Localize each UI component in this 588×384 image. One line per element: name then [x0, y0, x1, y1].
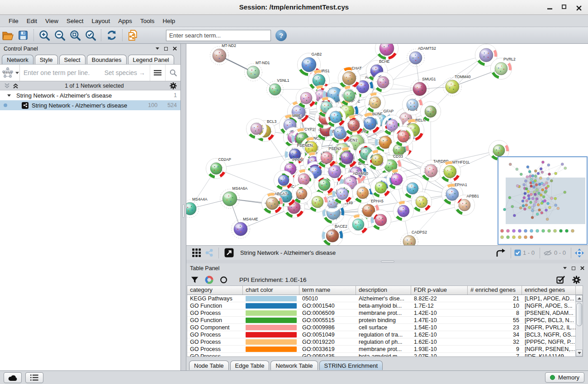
- string-logo-icon[interactable]: STRING: [0, 65, 20, 81]
- scroll-thumb[interactable]: [576, 303, 582, 326]
- network-row[interactable]: String Network - Alzheimer's disease 100…: [0, 100, 180, 110]
- expander-icon[interactable]: [7, 94, 11, 97]
- horizontal-splitter[interactable]: [186, 260, 588, 263]
- table-row[interactable]: GO FunctionGO:0001540beta-amyloid bi...1…: [187, 302, 583, 309]
- ppi-enrichment-label: PPI Enrichment: 1.0E-16: [239, 276, 556, 283]
- external-link-icon: [224, 248, 234, 258]
- minimize-button[interactable]: [547, 5, 554, 10]
- table-row[interactable]: GO ComponentGO:0009986cell surface1.54E-…: [187, 324, 583, 331]
- table-row[interactable]: GO ProcessGO:0019220regulation of ph...1…: [187, 338, 583, 346]
- column-header-chart-color[interactable]: chart color: [243, 286, 299, 295]
- cloud-tasks-button[interactable]: [4, 372, 22, 383]
- birdseye-navigator[interactable]: [498, 156, 588, 245]
- tab-style[interactable]: Style: [35, 55, 58, 64]
- chart-settings-icon[interactable]: [205, 276, 213, 284]
- table-panel-title: Table Panel: [190, 265, 219, 272]
- scroll-down-button[interactable]: [576, 350, 583, 356]
- vertical-splitter[interactable]: [181, 44, 186, 370]
- menu-layout[interactable]: Layout: [88, 16, 114, 26]
- string-term-input[interactable]: [20, 69, 104, 76]
- memory-button[interactable]: Memory: [545, 372, 584, 383]
- float-panel-button[interactable]: [164, 47, 168, 51]
- menu-view[interactable]: View: [41, 16, 62, 26]
- gear-icon[interactable]: [572, 276, 581, 284]
- cell: GO:0009986: [299, 324, 356, 331]
- menu-apps[interactable]: Apps: [114, 16, 136, 26]
- string-network-button[interactable]: [203, 246, 215, 260]
- refresh-button[interactable]: [104, 28, 119, 42]
- menu-file[interactable]: File: [5, 16, 23, 26]
- column-header-category[interactable]: category: [187, 286, 243, 295]
- set-species-link[interactable]: Set species →: [104, 69, 150, 76]
- scroll-up-button[interactable]: [576, 295, 583, 302]
- enrichment-table[interactable]: categorychart colorterm namedescriptionF…: [187, 286, 583, 357]
- save-session-button[interactable]: [15, 28, 31, 42]
- chart-color-swatch: [246, 347, 297, 352]
- open-in-window-button[interactable]: [222, 246, 236, 260]
- copy-network-button[interactable]: [125, 28, 141, 42]
- cell: 1.93E-10: [411, 346, 468, 352]
- search-input[interactable]: [166, 30, 271, 41]
- remove-chart-icon[interactable]: [220, 276, 228, 284]
- tab-boundaries[interactable]: Boundaries: [87, 55, 127, 64]
- menu-select[interactable]: Select: [62, 16, 88, 26]
- cell: 1.47E-10: [411, 317, 468, 323]
- tab-node-table[interactable]: Node Table: [189, 361, 229, 370]
- column-header-description[interactable]: description: [356, 286, 411, 295]
- table-row[interactable]: KEGG Pathways05010Alzheimer's dise...8.8…: [187, 295, 583, 302]
- grid-view-button[interactable]: [190, 246, 203, 260]
- panel-menu-button[interactable]: [156, 47, 159, 50]
- table-scrollbar[interactable]: [575, 295, 583, 356]
- column-header---enriched-genes[interactable]: # enriched genes: [468, 286, 522, 295]
- table-row[interactable]: GO ProcessGO:0006509membrane prot...1.42…: [187, 309, 583, 317]
- panel-menu-button[interactable]: [563, 267, 567, 269]
- close-button[interactable]: [576, 5, 583, 10]
- close-panel-button[interactable]: [580, 266, 584, 270]
- selected-counter: 1 - 0: [523, 249, 535, 256]
- tab-legend-panel[interactable]: Legend Panel: [128, 55, 174, 64]
- zoom-out-button[interactable]: [52, 28, 67, 42]
- svg-text:BCHE: BCHE: [379, 59, 390, 64]
- collapse-all-icon[interactable]: [4, 83, 10, 89]
- zoom-in-button[interactable]: [37, 28, 52, 42]
- tab-edge-table[interactable]: Edge Table: [230, 361, 270, 370]
- cell: 2.07E-10: [411, 353, 468, 357]
- column-header-enriched-genes[interactable]: enriched genes: [522, 286, 576, 295]
- filter-icon[interactable]: [191, 276, 199, 284]
- tab-network-table[interactable]: Network Table: [270, 361, 318, 370]
- column-header-term-name[interactable]: term name: [299, 286, 356, 295]
- select-rows-icon[interactable]: [556, 276, 565, 284]
- navigator-toggle-icon[interactable]: [574, 248, 584, 258]
- chart-color-swatch: [246, 318, 297, 323]
- string-search-button[interactable]: [165, 65, 180, 81]
- menu-help[interactable]: Help: [158, 16, 179, 26]
- column-header-FDR-p-value[interactable]: FDR p-value: [411, 286, 468, 295]
- cell: GO:0051049: [299, 331, 356, 338]
- string-options-button[interactable]: [150, 65, 165, 81]
- maximize-button[interactable]: [562, 5, 568, 10]
- open-session-button[interactable]: [0, 28, 15, 42]
- gear-icon[interactable]: [170, 82, 177, 89]
- menu-edit[interactable]: Edit: [23, 16, 41, 26]
- table-row[interactable]: GO FunctionGO:0005515protein binding1.47…: [187, 317, 583, 324]
- cell: [PPP5C, NGFR, P...: [522, 338, 576, 345]
- cell: 21: [468, 295, 522, 302]
- collection-row[interactable]: String Network - Alzheimer's disease 1: [0, 90, 180, 100]
- tab-select[interactable]: Select: [59, 55, 85, 64]
- tab-network[interactable]: Network: [2, 55, 33, 64]
- table-row[interactable]: GO ProcessGO:0033619membrane prot...1.93…: [187, 346, 583, 353]
- close-panel-button[interactable]: [173, 47, 177, 51]
- svg-text:BCL3: BCL3: [267, 119, 277, 124]
- expand-all-icon[interactable]: [12, 83, 19, 89]
- zoom-selected-button[interactable]: [83, 28, 98, 42]
- table-row[interactable]: GO ProcessGO:0050435beta-amyloid m...2.0…: [187, 353, 583, 357]
- zoom-fit-button[interactable]: [67, 28, 83, 42]
- table-row[interactable]: GO ProcessGO:0051049regulation of tra...…: [187, 331, 583, 338]
- export-network-button[interactable]: [494, 246, 507, 260]
- network-canvas[interactable]: MT-ND2MT-ND1VSNL1GAB2ADAMTS2PVRL2TOMM40S…: [186, 44, 588, 245]
- help-button[interactable]: ?: [275, 30, 287, 41]
- tab-string-enrichment[interactable]: STRING Enrichment: [319, 361, 383, 370]
- task-history-button[interactable]: [25, 372, 43, 383]
- menu-tools[interactable]: Tools: [136, 16, 159, 26]
- float-panel-button[interactable]: [572, 267, 575, 270]
